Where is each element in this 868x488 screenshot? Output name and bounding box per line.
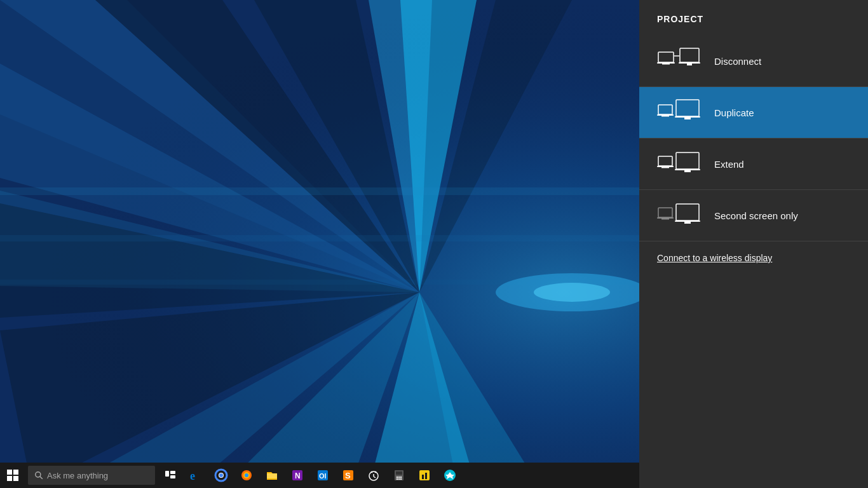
svg-rect-45 <box>675 220 700 222</box>
svg-rect-84 <box>425 473 427 479</box>
svg-rect-75 <box>396 471 402 475</box>
extend-label: Extend <box>714 159 744 170</box>
svg-text:S: S <box>345 471 351 480</box>
second-screen-label: Second screen only <box>714 210 798 221</box>
svg-rect-42 <box>657 217 674 219</box>
taskbar-file-explorer[interactable] <box>259 463 285 488</box>
svg-rect-31 <box>661 116 669 117</box>
svg-rect-50 <box>13 476 18 481</box>
svg-rect-26 <box>679 62 700 64</box>
duplicate-icon <box>657 98 702 126</box>
svg-line-52 <box>40 477 43 479</box>
svg-rect-55 <box>170 475 175 478</box>
duplicate-label: Duplicate <box>714 107 754 118</box>
desktop: PROJECT Disconnect <box>0 0 868 488</box>
svg-point-51 <box>36 472 41 477</box>
taskbar-agent[interactable] <box>437 463 463 488</box>
svg-rect-27 <box>687 64 692 65</box>
duplicate-option[interactable]: Duplicate <box>639 87 868 138</box>
disconnect-label: Disconnect <box>714 56 761 67</box>
svg-rect-34 <box>684 118 691 119</box>
svg-rect-46 <box>684 222 691 224</box>
second-screen-option[interactable]: Second screen only <box>639 190 868 241</box>
project-panel: PROJECT Disconnect <box>639 0 868 488</box>
svg-rect-54 <box>170 471 175 474</box>
svg-rect-24 <box>662 64 670 65</box>
svg-rect-35 <box>658 156 672 166</box>
svg-rect-33 <box>675 116 700 118</box>
svg-line-71 <box>374 477 376 478</box>
svg-rect-49 <box>7 476 12 481</box>
svg-point-78 <box>400 477 402 478</box>
svg-rect-22 <box>658 52 674 62</box>
taskbar-alarms[interactable] <box>361 463 386 488</box>
taskbar-outlook[interactable]: Ol <box>310 463 336 488</box>
svg-point-62 <box>245 473 248 477</box>
svg-point-77 <box>398 477 400 478</box>
taskbar-calculator[interactable] <box>386 463 412 488</box>
svg-point-80 <box>398 478 400 480</box>
svg-rect-53 <box>165 471 169 477</box>
task-view-button[interactable] <box>158 463 183 488</box>
svg-rect-38 <box>676 152 699 169</box>
svg-rect-25 <box>680 48 699 62</box>
svg-rect-32 <box>676 100 699 116</box>
taskbar-firefox[interactable] <box>234 463 259 488</box>
svg-point-21 <box>534 283 610 302</box>
start-button[interactable] <box>0 463 25 488</box>
svg-rect-40 <box>684 170 691 172</box>
taskbar-left: Ask me anything e <box>0 463 645 488</box>
disconnect-icon <box>657 47 702 75</box>
svg-point-81 <box>400 478 402 480</box>
svg-rect-36 <box>657 166 674 167</box>
svg-rect-23 <box>657 62 675 64</box>
search-button[interactable]: Ask me anything <box>28 466 155 485</box>
svg-text:e: e <box>190 470 195 482</box>
svg-rect-29 <box>658 105 672 114</box>
svg-rect-30 <box>657 114 674 116</box>
taskbar-sublime[interactable]: S <box>336 463 361 488</box>
svg-rect-41 <box>658 208 672 217</box>
taskbar-onenote[interactable]: N <box>285 463 310 488</box>
svg-rect-47 <box>7 470 12 475</box>
extend-icon <box>657 150 702 178</box>
svg-rect-44 <box>676 204 699 220</box>
taskbar-edge[interactable]: e <box>183 463 208 488</box>
disconnect-option[interactable]: Disconnect <box>639 36 868 86</box>
svg-text:Ol: Ol <box>319 472 327 480</box>
svg-point-59 <box>219 473 223 477</box>
svg-point-79 <box>397 478 398 480</box>
svg-rect-17 <box>0 187 642 195</box>
wireless-display-link[interactable]: Connect to a wireless display <box>639 241 868 274</box>
panel-title: PROJECT <box>639 0 868 36</box>
svg-rect-83 <box>422 475 424 479</box>
svg-rect-43 <box>661 219 669 220</box>
svg-rect-48 <box>13 470 18 475</box>
svg-text:N: N <box>295 471 301 480</box>
taskbar-chrome[interactable] <box>208 463 234 488</box>
svg-rect-37 <box>661 167 669 168</box>
svg-rect-18 <box>0 235 642 241</box>
extend-option[interactable]: Extend <box>639 139 868 189</box>
svg-rect-39 <box>675 169 700 170</box>
second-screen-icon <box>657 201 702 229</box>
svg-point-76 <box>397 477 398 478</box>
svg-rect-82 <box>419 470 430 480</box>
taskbar-powerbi[interactable] <box>412 463 437 488</box>
